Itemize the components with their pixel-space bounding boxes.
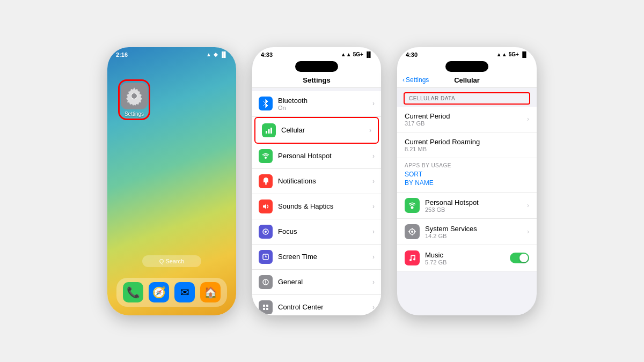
- svg-point-5: [265, 157, 267, 159]
- roaming-content: Current Period Roaming 8.21 MB: [405, 138, 529, 152]
- back-button[interactable]: ‹ Settings: [402, 76, 429, 84]
- bluetooth-subtitle: On: [278, 105, 367, 111]
- status-time-3: 4:30: [406, 51, 418, 58]
- battery-icon: ▐▌: [220, 51, 228, 57]
- hotspot-app-value: 253 GB: [425, 206, 522, 213]
- current-period-chevron: ›: [527, 115, 529, 123]
- dock-safari[interactable]: 🧭: [149, 282, 169, 302]
- cellular-icon: [262, 123, 276, 137]
- status-time-2: 4:33: [261, 51, 273, 58]
- focus-chevron: ›: [372, 228, 375, 235]
- settings-row-cellular[interactable]: Cellular ›: [254, 117, 379, 144]
- general-chevron: ›: [372, 278, 375, 286]
- controlcenter-text: Control Center: [278, 303, 367, 311]
- svg-point-18: [411, 206, 414, 209]
- settings-row-hotspot[interactable]: Personal Hotspot ›: [252, 144, 381, 169]
- battery-icon-2: ▐▌: [365, 51, 372, 57]
- general-title: General: [278, 278, 367, 286]
- roaming-value: 8.21 MB: [405, 146, 529, 152]
- settings-row-screentime[interactable]: Screen Time ›: [252, 245, 381, 270]
- bluetooth-text: Bluetooth On: [278, 97, 367, 111]
- settings-list: Bluetooth On › Cellular ›: [252, 91, 381, 315]
- app-row-system[interactable]: System Services 14.2 GB ›: [397, 219, 537, 245]
- system-app-title: System Services: [425, 225, 522, 233]
- focus-icon: [259, 225, 273, 239]
- settings-row-notifications[interactable]: Notifications ›: [252, 169, 381, 194]
- cellular-data-list: Current Period 317 GB › ← Current Period…: [397, 107, 537, 272]
- current-period-row[interactable]: Current Period 317 GB › ←: [397, 107, 537, 132]
- notifications-title: Notifications: [278, 177, 367, 185]
- dock-mail[interactable]: ✉: [174, 282, 195, 302]
- settings-app-wrapper[interactable]: Settings: [118, 79, 150, 120]
- music-toggle[interactable]: [510, 253, 529, 263]
- svg-rect-3: [268, 129, 270, 134]
- svg-rect-17: [266, 308, 268, 310]
- settings-row-general[interactable]: General ›: [252, 270, 381, 295]
- svg-rect-6: [265, 182, 267, 183]
- focus-title: Focus: [278, 227, 367, 235]
- cellular-data-label: CELLULAR DATA: [409, 95, 525, 101]
- hotspot-app-chevron: ›: [527, 202, 529, 209]
- sounds-chevron: ›: [372, 203, 375, 210]
- dock-home[interactable]: 🏠: [200, 282, 221, 302]
- dock-phone[interactable]: 📞: [123, 282, 143, 302]
- svg-point-13: [265, 283, 266, 284]
- notifications-chevron: ›: [372, 178, 375, 185]
- signal-icon: ▲: [206, 51, 211, 57]
- system-app-content: System Services 14.2 GB: [425, 225, 522, 239]
- wifi-icon: ◆: [214, 51, 218, 57]
- sounds-icon: [259, 200, 273, 213]
- bluetooth-chevron: ›: [372, 100, 375, 107]
- svg-rect-16: [263, 308, 265, 310]
- bluetooth-title: Bluetooth: [278, 97, 367, 105]
- hotspot-app-icon: [405, 198, 420, 213]
- svg-rect-14: [263, 305, 265, 307]
- dynamic-island-3: [397, 60, 537, 74]
- apps-usage-title: APPS BY USAGE: [405, 162, 529, 168]
- svg-rect-2: [266, 131, 267, 134]
- current-period-title: Current Period: [405, 112, 527, 120]
- cellular-chevron: ›: [369, 127, 371, 134]
- sounds-text: Sounds & Haptics: [278, 202, 367, 210]
- focus-text: Focus: [278, 227, 367, 235]
- sounds-title: Sounds & Haptics: [278, 202, 367, 210]
- phone-cellular: 4:30 ▲▲ 5G+ ▐▌ ‹ Settings Cellular CELLU…: [397, 47, 537, 315]
- svg-point-20: [411, 231, 413, 233]
- hotspot-text: Personal Hotspot: [278, 152, 367, 160]
- status-bar-1: 2:16 ▲ ◆ ▐▌: [107, 47, 236, 60]
- hotspot-chevron: ›: [372, 152, 375, 160]
- controlcenter-chevron: ›: [372, 304, 375, 311]
- svg-rect-15: [266, 305, 268, 307]
- back-label: Settings: [406, 76, 429, 84]
- status-icons-2: ▲▲ 5G+ ▐▌: [341, 51, 372, 57]
- music-app-content: Music 5.72 GB: [425, 251, 504, 265]
- svg-point-1: [131, 93, 137, 99]
- dynamic-island-2: [252, 60, 381, 74]
- hotspot-app-content: Personal Hotspot 253 GB: [425, 198, 522, 213]
- settings-row-bluetooth[interactable]: Bluetooth On ›: [252, 91, 381, 117]
- cellular-nav: ‹ Settings Cellular: [397, 74, 537, 88]
- settings-row-controlcenter[interactable]: Control Center ›: [252, 295, 381, 315]
- app-row-music[interactable]: Music 5.72 GB: [397, 245, 537, 271]
- music-app-title: Music: [425, 251, 504, 259]
- network-badge-2: 5G+: [353, 51, 363, 57]
- roaming-row[interactable]: Current Period Roaming 8.21 MB: [397, 132, 537, 158]
- svg-point-7: [265, 183, 267, 185]
- svg-rect-4: [270, 128, 272, 134]
- screentime-icon: [259, 250, 273, 264]
- spotlight-search[interactable]: Q Search: [142, 255, 201, 267]
- general-text: General: [278, 278, 367, 286]
- settings-app-icon[interactable]: [121, 83, 148, 109]
- settings-row-sounds[interactable]: Sounds & Haptics ›: [252, 194, 381, 219]
- battery-icon-3: ▐▌: [521, 51, 528, 57]
- sort-link[interactable]: SORT: [405, 170, 529, 179]
- hotspot-app-title: Personal Hotspot: [425, 198, 522, 206]
- music-app-value: 5.72 GB: [425, 259, 504, 265]
- controlcenter-icon: [259, 300, 273, 314]
- by-name-link[interactable]: BY NAME: [405, 179, 529, 188]
- apps-by-usage-section: APPS BY USAGE SORT BY NAME: [397, 158, 537, 193]
- system-app-value: 14.2 GB: [425, 233, 522, 239]
- app-row-hotspot[interactable]: Personal Hotspot 253 GB ›: [397, 193, 537, 219]
- settings-nav-title: Settings: [252, 74, 381, 88]
- settings-row-focus[interactable]: Focus ›: [252, 219, 381, 245]
